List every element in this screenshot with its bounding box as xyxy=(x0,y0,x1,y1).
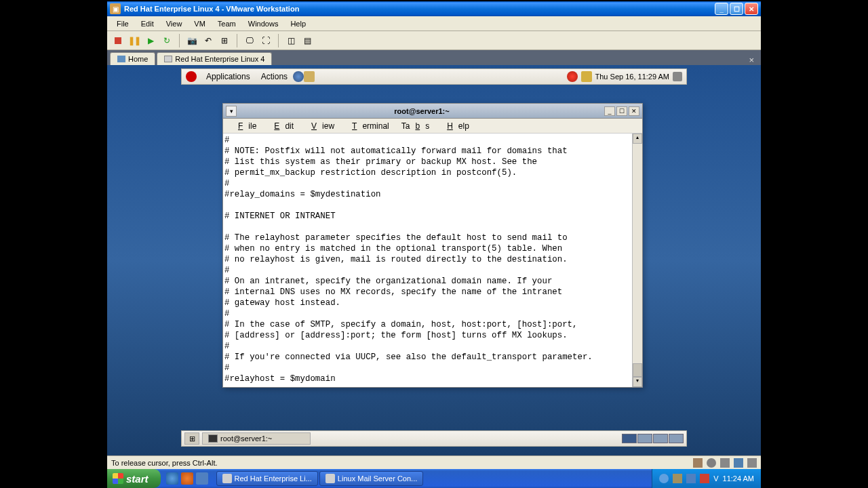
menu-file[interactable]: File xyxy=(111,18,134,29)
start-button[interactable]: start xyxy=(107,469,161,488)
task-label: root@server1:~ xyxy=(220,434,272,443)
tray-disk-icon[interactable] xyxy=(673,474,682,483)
poweron-button[interactable]: ▶ xyxy=(144,34,157,47)
terminal-maximize-button[interactable]: ☐ xyxy=(616,106,627,116)
window-menu-icon[interactable]: ▾ xyxy=(226,106,237,117)
tab-home[interactable]: Home xyxy=(110,52,155,65)
scroll-up-button[interactable]: ▴ xyxy=(633,134,642,144)
browser-task-icon xyxy=(326,474,335,483)
fullscreen-button[interactable]: ⛶ xyxy=(259,34,273,47)
workspace-2[interactable] xyxy=(637,434,652,443)
network-icon[interactable] xyxy=(734,458,743,468)
quick-launch xyxy=(161,472,214,485)
menu-edit[interactable]: Edit xyxy=(136,18,159,29)
window-title: Red Hat Enterprise Linux 4 - VMware Work… xyxy=(124,5,715,13)
poweroff-button[interactable] xyxy=(111,34,125,47)
menu-help[interactable]: Help xyxy=(285,18,311,29)
menu-team[interactable]: Team xyxy=(212,18,241,29)
ie-icon[interactable] xyxy=(166,472,178,485)
terminal-titlebar[interactable]: ▾ root@server1:~ _ ☐ ✕ xyxy=(223,104,642,119)
terminal-title: root@server1:~ xyxy=(239,107,604,115)
vmware-tabbar: Home Red Hat Enterprise Linux 4 × xyxy=(107,50,761,65)
gnome-bottom-panel: ⊞ root@server1:~ xyxy=(181,430,687,447)
tab-close-button[interactable]: × xyxy=(745,55,758,65)
terminal-close-button[interactable]: ✕ xyxy=(629,106,639,116)
suspend-button[interactable]: ❚❚ xyxy=(127,34,141,47)
reset-button[interactable]: ↻ xyxy=(160,34,174,47)
maximize-button[interactable]: ☐ xyxy=(730,3,743,15)
revert-button[interactable]: ↶ xyxy=(201,34,215,47)
taskbar-item-browser[interactable]: Linux Mail Server Con... xyxy=(319,471,423,486)
volume-icon[interactable] xyxy=(673,72,682,81)
term-menu-edit[interactable]: Edit xyxy=(263,120,299,132)
menu-windows[interactable]: Windows xyxy=(243,18,284,29)
vmware-task-icon xyxy=(222,474,232,483)
minimize-button[interactable]: _ xyxy=(715,3,728,15)
system-tray: V 11:24 AM xyxy=(652,469,761,488)
tray-shield-icon[interactable] xyxy=(700,474,709,483)
web-browser-icon[interactable] xyxy=(293,71,304,82)
scroll-thumb[interactable] xyxy=(633,363,642,377)
taskbar-item-vmware[interactable]: Red Hat Enterprise Li... xyxy=(216,471,318,486)
tray-clock[interactable]: 11:24 AM xyxy=(723,474,754,483)
workspace-pager xyxy=(622,434,684,443)
taskbar-item-terminal[interactable]: root@server1:~ xyxy=(202,432,311,445)
email-icon[interactable] xyxy=(304,71,315,82)
scroll-down-button[interactable]: ▾ xyxy=(633,377,642,387)
term-menu-help[interactable]: Help xyxy=(436,120,475,132)
keyring-icon[interactable] xyxy=(581,71,592,82)
windows-logo-icon xyxy=(113,473,123,484)
update-alert-icon[interactable] xyxy=(567,71,578,82)
workspace-4[interactable] xyxy=(669,434,684,443)
show-desktop-icon[interactable] xyxy=(196,472,208,485)
vmware-toolbar: ❚❚ ▶ ↻ 📷 ↶ ⊞ 🖵 ⛶ ◫ ▤ xyxy=(107,31,761,50)
snapshot-button[interactable]: 📷 xyxy=(185,34,199,47)
separator xyxy=(278,34,279,47)
actions-menu[interactable]: Actions xyxy=(256,70,293,83)
tab-guest[interactable]: Red Hat Enterprise Linux 4 xyxy=(157,52,272,65)
manage-snapshots-button[interactable]: ⊞ xyxy=(218,34,231,47)
guest-display[interactable]: Applications Actions Thu Sep 16, 11:29 A… xyxy=(107,65,761,455)
firefox-icon[interactable] xyxy=(181,472,193,485)
vmware-menubar: File Edit View VM Team Windows Help xyxy=(107,16,761,31)
applications-menu[interactable]: Applications xyxy=(201,70,256,83)
term-menu-tabs[interactable]: Tabs xyxy=(396,120,435,132)
clock[interactable]: Thu Sep 16, 11:29 AM xyxy=(595,73,669,81)
terminal-scrollbar[interactable]: ▴ ▾ xyxy=(632,134,642,387)
monitor-icon xyxy=(164,56,172,62)
tab-guest-label: Red Hat Enterprise Linux 4 xyxy=(175,55,264,63)
hdd-icon[interactable] xyxy=(693,458,703,468)
term-menu-terminal[interactable]: Terminal xyxy=(341,120,395,132)
floppy-icon[interactable] xyxy=(720,458,730,468)
show-console-button[interactable]: 🖵 xyxy=(243,34,256,47)
quickswitch-button[interactable]: ◫ xyxy=(284,34,298,47)
tray-network-icon[interactable] xyxy=(686,474,696,483)
redhat-icon[interactable] xyxy=(186,71,197,82)
gnome-top-panel: Applications Actions Thu Sep 16, 11:29 A… xyxy=(181,68,687,85)
menu-vm[interactable]: VM xyxy=(189,18,211,29)
cdrom-icon[interactable] xyxy=(707,458,716,468)
terminal-window: ▾ root@server1:~ _ ☐ ✕ File Edit View Te… xyxy=(222,103,643,388)
terminal-minimize-button[interactable]: _ xyxy=(604,106,615,116)
workspace-3[interactable] xyxy=(653,434,668,443)
terminal-icon xyxy=(208,434,218,443)
workspace-1[interactable] xyxy=(622,434,637,443)
start-label: start xyxy=(126,473,149,485)
separator xyxy=(179,34,180,47)
term-menu-file[interactable]: File xyxy=(227,120,262,132)
terminal-menubar: File Edit View Terminal Tabs Help xyxy=(223,119,642,134)
term-menu-view[interactable]: View xyxy=(300,120,340,132)
vmware-icon: ▣ xyxy=(110,3,121,14)
separator xyxy=(237,34,237,47)
sound-icon[interactable] xyxy=(747,458,757,468)
close-button[interactable]: ✕ xyxy=(745,3,758,15)
show-desktop-button[interactable]: ⊞ xyxy=(184,432,199,445)
menu-view[interactable]: View xyxy=(161,18,188,29)
task2-label: Linux Mail Server Con... xyxy=(338,474,417,483)
tray-v-indicator[interactable]: V xyxy=(713,474,718,483)
tab-home-label: Home xyxy=(128,55,148,63)
terminal-content[interactable]: # # NOTE: Postfix will not automatically… xyxy=(223,134,632,387)
tray-arrow-icon[interactable] xyxy=(659,474,669,483)
xp-titlebar: ▣ Red Hat Enterprise Linux 4 - VMware Wo… xyxy=(107,1,761,16)
summary-button[interactable]: ▤ xyxy=(300,34,314,47)
